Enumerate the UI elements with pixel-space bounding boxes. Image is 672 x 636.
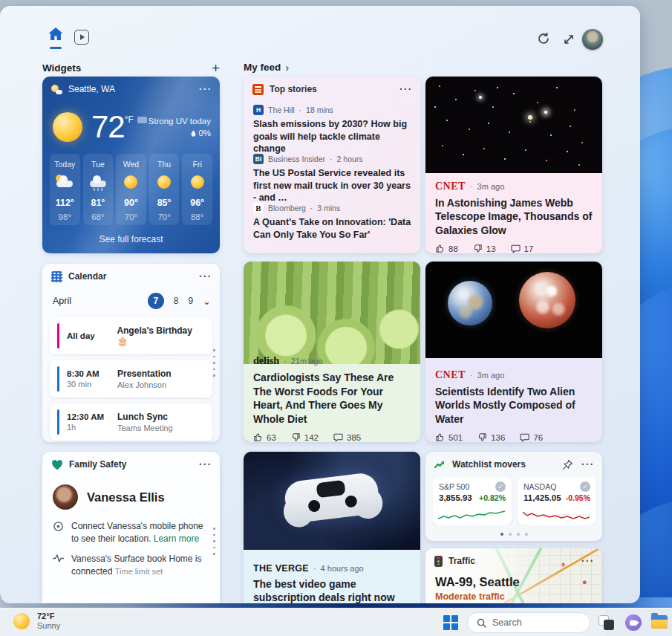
traffic-route: WA-99, Seattle (435, 575, 520, 589)
taskbar-weather[interactable]: 72°F Sunny (13, 611, 60, 630)
calendar-event[interactable]: 12:30 AM1h Lunch SyncTeams Meeting (50, 403, 212, 441)
headline[interactable]: The best video game subscription deals r… (253, 577, 411, 603)
story-item[interactable]: BI Business Insider·2 hours The US Posta… (253, 154, 411, 204)
red-planet (519, 272, 575, 328)
ticker-sp500[interactable]: S&P 500✓ 3,855.93+0.82% (433, 477, 512, 525)
pin-button[interactable] (561, 458, 574, 471)
forecast-day: Fri 96° 88° (182, 154, 212, 225)
calendar-day-selected[interactable]: 7 (148, 293, 164, 309)
play-icon (80, 34, 85, 40)
watchlist-more-button[interactable]: ⋯ (581, 458, 593, 470)
ticker-nasdaq[interactable]: NASDAQ✓ 11,425.05-0.95% (518, 477, 596, 525)
traffic-title: Traffic (448, 556, 475, 566)
comments-button[interactable]: 385 (333, 432, 361, 442)
calendar-widget[interactable]: Calendar ⋯ April 7 8 9 ⌄ All day Angela'… (42, 264, 220, 442)
family-location-text: Connect Vanessa's mobile phone to see th… (71, 520, 206, 546)
comment-icon (511, 244, 521, 253)
comments-button[interactable]: 17 (511, 244, 534, 253)
user-avatar[interactable] (582, 29, 603, 50)
calendar-event[interactable]: All day Angela's Birthday 🎂 (50, 317, 212, 354)
event-color-bar (57, 366, 59, 392)
pin-icon (562, 459, 573, 470)
headline[interactable]: Scientists Identify Two Alien Worlds Mos… (435, 385, 593, 426)
traffic-widget[interactable]: Traffic ⋯ WA-99, Seattle Moderate traffi… (425, 548, 602, 603)
traffic-light-icon (434, 556, 443, 567)
taskbar-search[interactable] (467, 612, 590, 633)
like-button[interactable]: 63 (253, 432, 276, 442)
sunny-icon (124, 175, 137, 189)
video-chat-icon (630, 620, 637, 626)
calendar-month: April (53, 296, 71, 306)
story-item[interactable]: H The Hill·18 mins Slash emissions by 20… (253, 105, 411, 155)
chat-button[interactable] (625, 614, 642, 631)
top-stories-card[interactable]: Top stories ⋯ H The Hill·18 mins Slash e… (244, 77, 420, 253)
see-full-forecast-link[interactable]: See full forecast (42, 234, 220, 244)
dislike-button[interactable]: 136 (477, 432, 505, 442)
entertainment-tab[interactable] (74, 30, 89, 45)
forecast-row: Today 112° 98° Tue 81° 68° Wed 90° 70° T… (50, 154, 212, 225)
news-card-delish[interactable]: delish ·21m ago Cardiologists Say These … (244, 262, 420, 442)
controller-image (244, 452, 420, 550)
check-badge-icon: ✓ (580, 481, 590, 492)
chevron-down-icon[interactable]: ⌄ (203, 296, 211, 307)
top-stories-title: Top stories (270, 84, 317, 94)
family-more-button[interactable]: ⋯ (198, 458, 211, 470)
like-button[interactable]: 88 (435, 244, 458, 253)
droplet-icon (191, 130, 196, 137)
my-feed-header[interactable]: My feed › (244, 61, 289, 74)
top-stories-more-button[interactable]: ⋯ (399, 82, 411, 95)
refresh-icon (537, 32, 550, 45)
comment-icon (333, 432, 343, 442)
learn-more-link[interactable]: Learn more (154, 533, 199, 544)
family-safety-widget[interactable]: Family Safety ⋯ Vanessa Ellis Connect Va… (42, 452, 220, 603)
sunny-icon (191, 175, 204, 189)
temperature-unit: °F (125, 114, 134, 125)
calendar-day[interactable]: 9 (188, 296, 193, 306)
chevron-right-icon: › (285, 61, 289, 74)
search-input[interactable] (492, 617, 574, 628)
file-explorer-button[interactable] (651, 615, 668, 629)
family-safety-heart-icon (51, 459, 63, 470)
headline[interactable]: Cardiologists Say These Are The Worst Fo… (253, 371, 411, 426)
watchlist-widget[interactable]: Watchlist movers ⋯ S&P 500✓ 3,855.93+0.8… (425, 452, 602, 541)
like-button[interactable]: 501 (435, 432, 463, 442)
news-card-verge[interactable]: THE VERGE ·4 hours ago The best video ga… (244, 452, 420, 603)
calendar-scroll-indicator[interactable] (213, 349, 215, 377)
search-icon (477, 618, 486, 628)
delish-logo: delish (253, 355, 279, 367)
story-item[interactable]: B Bloomberg·3 mins A Quant's Take on Inn… (253, 203, 411, 241)
news-card-planets[interactable]: CNET ·3m ago Scientists Identify Two Ali… (425, 262, 602, 442)
taskbar: 72°F Sunny (0, 608, 672, 636)
watchlist-title: Watchlist movers (452, 459, 526, 470)
watchlist-pagination[interactable] (425, 533, 602, 536)
blue-planet (448, 281, 492, 325)
family-safety-title: Family Safety (69, 459, 126, 470)
weather-more-button[interactable]: ⋯ (198, 82, 211, 95)
family-member-name: Vanessa Ellis (87, 490, 165, 504)
calendar-event[interactable]: 8:30 AM30 min PresentationAlex Johnson (50, 360, 212, 398)
sunny-icon (157, 175, 171, 189)
taskbar-temp: 72°F (37, 611, 60, 620)
the-verge-logo: THE VERGE (253, 563, 309, 574)
calendar-day[interactable]: 8 (174, 296, 179, 306)
refresh-button[interactable] (535, 30, 552, 47)
task-view-button[interactable] (598, 615, 614, 630)
event-color-bar (57, 409, 59, 435)
news-card-galaxies[interactable]: CNET ·3m ago In Astonishing James Webb T… (425, 77, 602, 253)
headline[interactable]: In Astonishing James Webb Telescope Imag… (435, 196, 593, 237)
add-widget-button[interactable]: + (212, 61, 220, 75)
family-scroll-indicator[interactable] (213, 528, 215, 555)
start-button[interactable] (443, 615, 458, 630)
weather-widget[interactable]: Seattle, WA ⋯ 72 °F Strong UV today 0% T… (42, 77, 220, 253)
my-feed-title: My feed (244, 62, 281, 73)
dislike-button[interactable]: 142 (291, 432, 319, 442)
thumb-down-icon (291, 432, 301, 442)
traffic-more-button[interactable]: ⋯ (581, 554, 593, 567)
home-tab[interactable] (47, 27, 65, 49)
calendar-more-button[interactable]: ⋯ (198, 270, 211, 282)
thumb-up-icon (435, 432, 445, 442)
comments-button[interactable]: 76 (520, 432, 543, 442)
calendar-icon (51, 271, 62, 282)
dislike-button[interactable]: 13 (473, 244, 496, 253)
expand-button[interactable] (561, 32, 576, 47)
